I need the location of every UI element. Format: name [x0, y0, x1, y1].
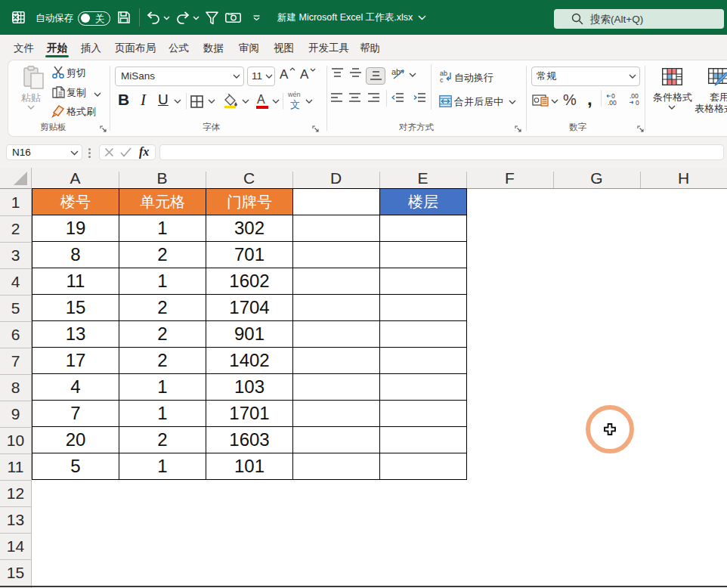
svg-text:c: c — [440, 76, 444, 82]
svg-text:0: 0 — [636, 99, 639, 106]
svg-text:.00: .00 — [608, 99, 617, 106]
svg-text:ab: ab — [391, 67, 401, 76]
